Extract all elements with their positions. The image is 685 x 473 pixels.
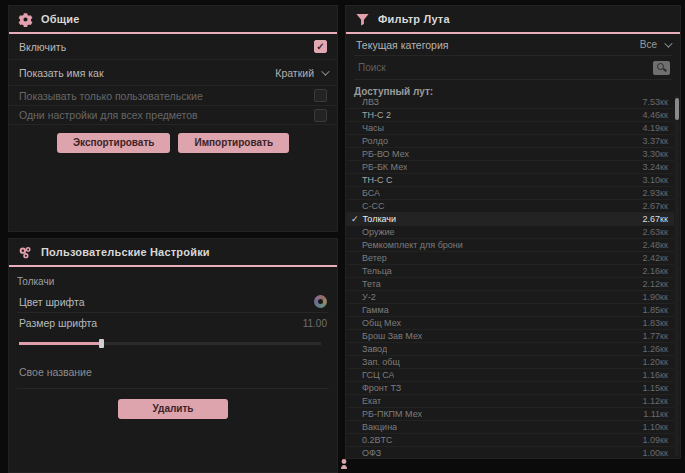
chevron-down-icon [664,39,672,47]
name-mode-row: Показать имя как Краткий [9,60,337,86]
loot-list-item[interactable]: ✓ ТН-С 2 4.46кк [346,109,674,122]
same-settings-checkbox[interactable] [314,109,327,122]
loot-item-value: 2.67кк [643,214,668,224]
overlay-anchor-icon[interactable] [339,458,349,470]
font-size-row: Размер шрифта 11.00 [17,313,329,333]
scrollbar-thumb[interactable] [675,98,679,120]
loot-list-item[interactable]: ✓ Зап. общ 1.20кк [346,356,674,369]
search-icon[interactable] [653,61,670,75]
custom-panel-header: Пользовательские Настройки [9,239,337,267]
delete-button[interactable]: Удалить [118,399,227,419]
loot-list-item[interactable]: ✓ Тета 2.12кк [346,278,674,291]
loot-list-item[interactable]: ✓ Оружие 2.63кк [346,226,674,239]
loot-item-name: БСА [362,188,380,198]
name-mode-select[interactable]: Краткий [275,67,327,79]
loot-list-item[interactable]: ✓ Тельца 2.16кк [346,265,674,278]
loot-item-value: 2.48кк [643,240,668,250]
loot-item-name: РБ-ПКПМ Мех [362,409,422,419]
loot-list-item[interactable]: ✓ Ветер 2.42кк [346,252,674,265]
loot-item-name: Оружие [362,227,395,237]
enable-label: Включить [19,41,66,53]
import-button[interactable]: Импортировать [178,133,289,153]
delete-row: Удалить [9,399,337,419]
loot-item-value: 4.19кк [643,123,668,133]
only-custom-checkbox[interactable] [314,89,327,102]
same-settings-label: Одни настройки для всех предметов [19,109,198,121]
loot-list-scrollbar[interactable] [675,96,679,456]
loot-list-item[interactable]: ✓ У-2 1.90кк [346,291,674,304]
loot-list-item[interactable]: ✓ Брош Зав Мех 1.77кк [346,330,674,343]
loot-list-item[interactable]: ✓ ГСЦ СА 1.16кк [346,369,674,382]
loot-item-value: 2.12кк [643,279,668,289]
slider-thumb[interactable] [99,339,104,348]
gear-icon [18,12,33,27]
funnel-icon [355,12,370,27]
loot-list-item[interactable]: ✓ РБ-БК Мех 3.24кк [346,161,674,174]
loot-item-name: Толкачи [363,214,397,224]
slider-fill [19,342,99,345]
loot-item-name: РБ-БК Мех [362,162,407,172]
loot-list-item[interactable]: ✓ ТН-С С 3.10кк [346,174,674,187]
loot-item-name: Тельца [362,266,392,276]
loot-list-item[interactable]: ✓ 0.2BTC 1.09кк [346,434,674,447]
filter-panel-header: Фильтр Лута [346,6,680,34]
loot-item-name: Фронт ТЗ [362,383,401,393]
loot-item-name: У-2 [362,292,376,302]
loot-item-value: 1.12кк [643,396,668,406]
loot-list-item[interactable]: ✓ РБ-ВО Мех 3.30кк [346,148,674,161]
color-wheel-icon[interactable] [314,295,327,308]
loot-list-item[interactable]: ✓ С-СС 2.67кк [346,200,674,213]
loot-item-name: 0.2BTC [362,435,393,445]
loot-item-name: ТН-С 2 [362,110,391,120]
loot-item-value: 3.10кк [643,175,668,185]
loot-item-name: Тета [362,279,381,289]
chevron-down-icon [321,67,329,75]
loot-list-item[interactable]: ✓ Часы 4.19кк [346,122,674,135]
loot-list-item[interactable]: ✓ БСА 2.93кк [346,187,674,200]
font-size-slider[interactable] [19,339,327,348]
custom-name-row[interactable]: Свое название [17,356,329,389]
enable-checkbox[interactable] [314,40,327,53]
loot-item-value: 3.37кк [643,136,668,146]
loot-item-value: 2.93кк [643,188,668,198]
loot-item-value: 1.10кк [643,422,668,432]
general-panel-title: Общие [41,13,80,25]
loot-item-value: 3.24кк [643,162,668,172]
search-input[interactable] [356,61,653,74]
loot-list-item[interactable]: ✓ Екат 1.12кк [346,395,674,408]
loot-list-item[interactable]: ✓ Гамма 1.85кк [346,304,674,317]
loot-item-value: 4.46кк [643,110,668,120]
category-label: Текущая категория [356,39,449,51]
import-export-row: Экспортировать Импортировать [9,133,337,153]
custom-settings-panel: Пользовательские Настройки Толкачи Цвет … [8,238,338,473]
loot-list-item[interactable]: ✓ Ремкомплект для брони 2.48кк [346,239,674,252]
loot-item-name: ТН-С С [362,175,393,185]
font-size-value: 11.00 [303,318,327,329]
loot-list-item[interactable]: ✓ Общ Мех 1.83кк [346,317,674,330]
loot-item-value: 1.26кк [643,344,668,354]
only-custom-row: Показывать только пользовательские [9,86,337,106]
loot-item-name: Общ Мех [362,318,401,328]
loot-list-item[interactable]: ✓ Толкачи 2.67кк [346,213,674,226]
loot-list-item[interactable]: ✓ ОФЗ 1.00кк [346,447,674,458]
loot-item-value: 1.85кк [643,305,668,315]
only-custom-label: Показывать только пользовательские [19,90,203,102]
loot-list-item[interactable]: ✓ ЛВЗ 7.53кк [346,96,674,109]
loot-list-item[interactable]: ✓ Завод 1.26кк [346,343,674,356]
loot-list-item[interactable]: ✓ Фронт ТЗ 1.15кк [346,382,674,395]
enable-row: Включить [9,34,337,60]
general-settings-panel: Общие Включить Показать имя как Краткий … [8,5,338,232]
name-mode-label: Показать имя как [19,67,104,79]
loot-list-item[interactable]: ✓ Ролдо 3.37кк [346,135,674,148]
selected-item-name: Толкачи [9,267,337,291]
category-select[interactable]: Все [640,39,670,50]
loot-list-item[interactable]: ✓ РБ-ПКПМ Мех 1.11кк [346,408,674,421]
font-color-row: Цвет шрифта [17,291,329,313]
loot-item-value: 1.00кк [643,448,668,458]
loot-item-name: Вакцина [362,422,397,432]
font-size-label: Размер шрифта [19,317,97,329]
gears-icon [18,245,33,260]
export-button[interactable]: Экспортировать [57,133,171,153]
category-row: Текущая категория Все [354,34,672,56]
loot-list-item[interactable]: ✓ Вакцина 1.10кк [346,421,674,434]
